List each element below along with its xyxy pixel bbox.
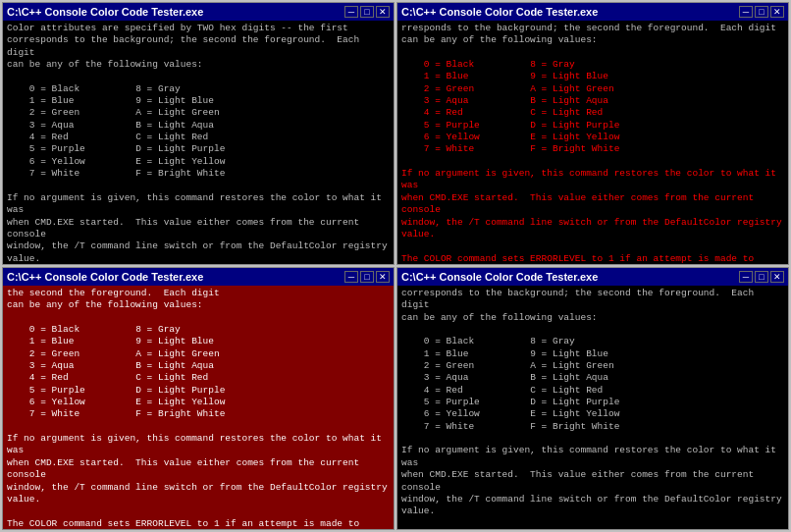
close-btn-4[interactable]: ✕	[770, 271, 784, 283]
console-2: rresponds to the background; the second …	[397, 21, 788, 264]
window-2: C:\C++ Console Color Code Tester.exe ─ □…	[396, 2, 789, 265]
window-title-3: C:\C++ Console Color Code Tester.exe	[7, 271, 203, 283]
title-bar-3: C:\C++ Console Color Code Tester.exe ─ □…	[3, 268, 394, 286]
maximize-btn-3[interactable]: □	[360, 271, 374, 283]
close-btn-1[interactable]: ✕	[376, 6, 390, 18]
minimize-btn-1[interactable]: ─	[344, 6, 358, 18]
window-title-2: C:\C++ Console Color Code Tester.exe	[401, 6, 598, 18]
title-bar-4: C:\C++ Console Color Code Tester.exe ─ □…	[397, 268, 788, 286]
window-1: C:\C++ Console Color Code Tester.exe ─ □…	[2, 2, 395, 265]
minimize-btn-3[interactable]: ─	[344, 271, 358, 283]
maximize-btn-4[interactable]: □	[755, 271, 768, 283]
maximize-btn-2[interactable]: □	[755, 6, 768, 18]
minimize-btn-2[interactable]: ─	[739, 6, 753, 18]
title-controls-3[interactable]: ─ □ ✕	[344, 271, 390, 283]
title-bar-2: C:\C++ Console Color Code Tester.exe ─ □…	[397, 3, 788, 21]
close-btn-2[interactable]: ✕	[770, 6, 784, 18]
window-4: C:\C++ Console Color Code Tester.exe ─ □…	[396, 267, 789, 530]
console-3: the second the foreground. Each digit ca…	[3, 286, 394, 529]
console-1: Color attributes are specified by TWO he…	[3, 21, 394, 264]
window-title-4: C:\C++ Console Color Code Tester.exe	[401, 271, 598, 283]
title-controls-4[interactable]: ─ □ ✕	[739, 271, 784, 283]
window-title-1: C:\C++ Console Color Code Tester.exe	[7, 6, 203, 18]
console-4: corresponds to the background; the secon…	[397, 286, 788, 529]
window-3: C:\C++ Console Color Code Tester.exe ─ □…	[2, 267, 395, 530]
close-btn-3[interactable]: ✕	[376, 271, 390, 283]
maximize-btn-1[interactable]: □	[360, 6, 374, 18]
title-bar-1: C:\C++ Console Color Code Tester.exe ─ □…	[3, 3, 394, 21]
title-controls-1[interactable]: ─ □ ✕	[344, 6, 390, 18]
minimize-btn-4[interactable]: ─	[739, 271, 753, 283]
title-controls-2[interactable]: ─ □ ✕	[739, 6, 784, 18]
